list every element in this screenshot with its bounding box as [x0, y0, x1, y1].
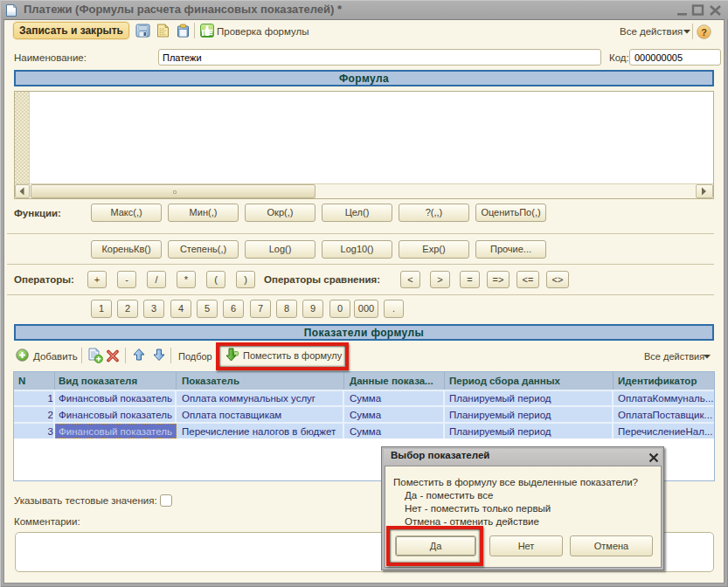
svg-text:?: ?: [701, 27, 707, 38]
